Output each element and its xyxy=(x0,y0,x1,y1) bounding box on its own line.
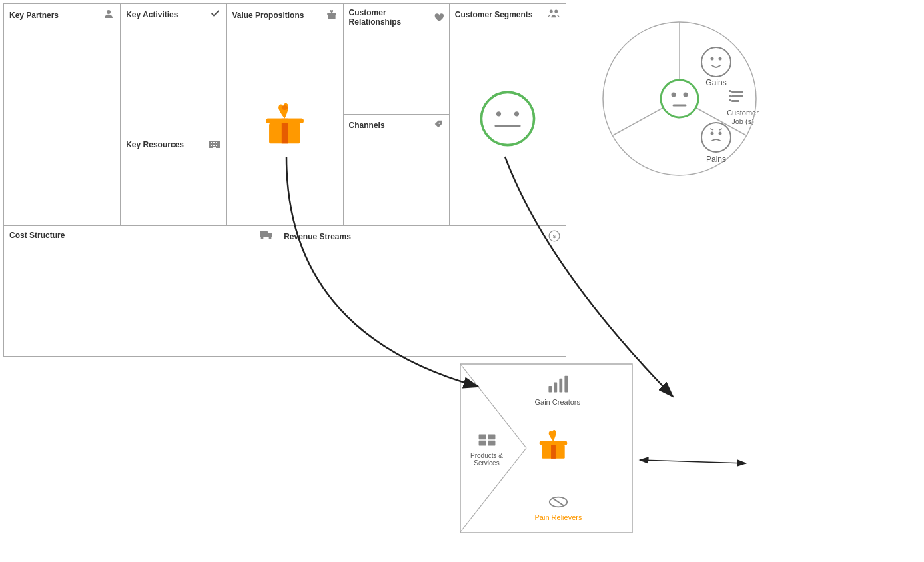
person-icon xyxy=(103,8,115,22)
pain-relievers-label: Pain Relievers xyxy=(535,513,582,521)
key-partners-cell[interactable]: Key Partners xyxy=(4,4,121,225)
heart-icon xyxy=(433,11,444,24)
customer-profile-svg: Gains Pains Customer Job (s) xyxy=(600,19,759,179)
svg-rect-37 xyxy=(478,434,486,439)
svg-rect-10 xyxy=(328,15,335,19)
people-icon xyxy=(547,8,560,21)
channels-title: Channels xyxy=(349,121,385,130)
key-resources-cell[interactable]: Key Resources xyxy=(121,135,226,225)
svg-line-36 xyxy=(552,498,564,506)
cust-rel-channels-group: Customer Relationships Channels xyxy=(344,4,450,225)
vpm-gift-icon-area xyxy=(535,425,572,465)
customer-relationships-title: Customer Relationships xyxy=(349,8,430,27)
cost-structure-cell[interactable]: Cost Structure xyxy=(4,226,278,356)
svg-point-19 xyxy=(481,93,534,145)
value-propositions-cell[interactable]: Value Propositions xyxy=(227,4,343,225)
svg-point-17 xyxy=(550,9,553,13)
svg-rect-9 xyxy=(327,13,336,15)
vpm-gift-icon xyxy=(535,425,572,462)
svg-point-15 xyxy=(282,105,288,110)
svg-text:Gains: Gains xyxy=(705,78,726,87)
customer-segments-cell[interactable]: Customer Segments xyxy=(450,4,566,225)
svg-rect-8 xyxy=(213,147,216,148)
customer-segments-title: Customer Segments xyxy=(455,10,533,19)
svg-text:$: $ xyxy=(553,233,556,239)
svg-rect-63 xyxy=(729,95,731,97)
svg-point-68 xyxy=(672,93,676,97)
svg-rect-34 xyxy=(564,376,568,393)
truck-icon xyxy=(259,230,272,241)
svg-rect-4 xyxy=(216,142,217,143)
gift-icon-canvas-header xyxy=(326,8,338,22)
key-resources-title: Key Resources xyxy=(126,140,184,149)
value-proposition-map: Gain Creators Pain Relievers Products & … xyxy=(460,363,650,533)
svg-rect-6 xyxy=(213,145,215,146)
tag-icon xyxy=(433,119,444,131)
key-activities-resources-group: Key Activities Key Resources xyxy=(121,4,227,225)
svg-rect-62 xyxy=(729,90,731,92)
svg-point-18 xyxy=(554,9,558,13)
svg-point-20 xyxy=(496,112,501,117)
business-model-canvas: Key Partners Key Activities Key Resource… xyxy=(3,3,566,357)
svg-rect-23 xyxy=(260,231,268,237)
products-services-label: Products & Services xyxy=(465,451,508,466)
cost-structure-title: Cost Structure xyxy=(9,231,65,240)
svg-point-24 xyxy=(261,237,264,239)
svg-point-21 xyxy=(514,112,519,117)
svg-point-16 xyxy=(438,123,440,124)
svg-rect-33 xyxy=(559,379,562,393)
svg-rect-59 xyxy=(731,91,743,93)
svg-rect-40 xyxy=(488,440,495,445)
svg-rect-32 xyxy=(554,382,557,392)
products-services-icon xyxy=(478,431,496,447)
key-partners-title: Key Partners xyxy=(9,11,59,20)
value-propositions-title: Value Propositions xyxy=(232,11,304,20)
check-icon xyxy=(210,8,221,21)
svg-text:Pains: Pains xyxy=(706,155,726,164)
svg-point-69 xyxy=(684,93,688,97)
svg-rect-5 xyxy=(211,145,212,146)
svg-rect-7 xyxy=(216,145,217,146)
svg-point-50 xyxy=(711,57,714,61)
pain-relievers-pill-icon xyxy=(548,495,568,509)
svg-rect-61 xyxy=(731,100,739,102)
channels-cell[interactable]: Channels xyxy=(344,115,449,225)
customer-relationships-cell[interactable]: Customer Relationships xyxy=(344,4,449,115)
svg-rect-14 xyxy=(266,119,303,123)
svg-rect-38 xyxy=(488,434,495,439)
customer-segment-face-area xyxy=(455,21,560,217)
pain-relievers-area: Pain Relievers xyxy=(535,495,582,521)
svg-point-54 xyxy=(711,132,714,135)
customer-segment-face-icon xyxy=(478,89,538,149)
svg-rect-31 xyxy=(548,386,552,393)
svg-point-67 xyxy=(661,80,698,117)
svg-rect-3 xyxy=(213,142,215,143)
key-activities-cell[interactable]: Key Activities xyxy=(121,4,226,135)
svg-rect-60 xyxy=(731,95,743,97)
svg-rect-39 xyxy=(478,440,486,445)
svg-point-51 xyxy=(719,57,722,61)
svg-text:Customer: Customer xyxy=(727,109,759,117)
svg-point-25 xyxy=(269,237,272,239)
revenue-streams-title: Revenue Streams xyxy=(284,232,351,241)
value-prop-gift-area xyxy=(232,22,337,221)
dollar-icon: $ xyxy=(548,230,560,244)
gain-creators-label: Gain Creators xyxy=(535,398,580,406)
svg-rect-2 xyxy=(211,142,212,143)
svg-rect-64 xyxy=(729,99,731,101)
revenue-streams-cell[interactable]: Revenue Streams $ xyxy=(278,226,566,356)
svg-text:Job (s): Job (s) xyxy=(731,117,754,125)
customer-profile-circle: Gains Pains Customer Job (s) xyxy=(600,19,759,179)
products-services-area: Products & Services xyxy=(465,431,508,466)
building-icon xyxy=(209,139,221,151)
gift-icon-large xyxy=(260,97,310,147)
svg-point-55 xyxy=(719,132,722,135)
gain-creators-area: Gain Creators xyxy=(535,375,580,406)
svg-rect-44 xyxy=(539,441,566,445)
gain-creators-bar-icon xyxy=(547,375,568,394)
svg-point-0 xyxy=(107,10,111,14)
key-activities-title: Key Activities xyxy=(126,10,178,19)
